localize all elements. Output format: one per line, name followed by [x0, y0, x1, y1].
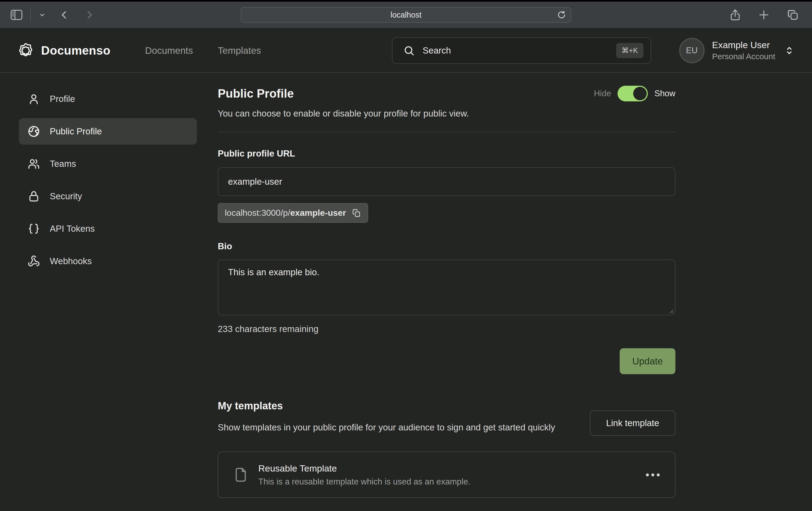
- account-name: Example User: [712, 40, 775, 50]
- forward-icon[interactable]: [84, 9, 95, 20]
- sidebar-item-label: Profile: [50, 94, 75, 104]
- profile-url-text: localhost:3000/p/example-user: [225, 208, 346, 218]
- sidebar-item-label: Public Profile: [50, 126, 102, 137]
- avatar: EU: [679, 38, 705, 63]
- sidebar-item-public-profile[interactable]: Public Profile: [19, 118, 197, 145]
- sidebar-item-label: Teams: [50, 159, 76, 169]
- template-description: This is a reusable template which is use…: [258, 477, 470, 487]
- account-menu[interactable]: EU Example User Personal Account: [679, 38, 795, 63]
- resize-grip-icon[interactable]: [668, 308, 674, 313]
- file-icon: [233, 467, 248, 483]
- template-row: Reusable Template This is a reusable tem…: [218, 452, 675, 498]
- search-placeholder: Search: [423, 46, 451, 56]
- update-button[interactable]: Update: [620, 348, 675, 374]
- my-templates-title: My templates: [218, 400, 575, 412]
- search-shortcut-badge: ⌘+K: [616, 43, 643, 58]
- page-title: Public Profile: [218, 87, 294, 100]
- my-templates-description: Show templates in your public profile fo…: [218, 420, 575, 434]
- chevrons-up-down-icon: [784, 45, 795, 56]
- bio-label: Bio: [218, 241, 675, 251]
- toggle-show-label: Show: [654, 89, 675, 98]
- settings-layout: Profile Public Profile Teams Security AP: [0, 73, 812, 498]
- globe-icon: [28, 125, 40, 138]
- brand-logo-link[interactable]: Documenso: [17, 42, 110, 59]
- public-profile-url-label: Public profile URL: [218, 148, 675, 159]
- copy-icon[interactable]: [352, 208, 361, 218]
- profile-visibility-switch[interactable]: [617, 86, 648, 101]
- template-name: Reusable Template: [258, 463, 470, 474]
- main-nav: Documents Templates: [145, 45, 261, 56]
- app-header: Documenso Documents Templates Search ⌘+K…: [0, 29, 812, 73]
- braces-icon: [28, 222, 40, 235]
- account-type: Personal Account: [712, 52, 775, 61]
- brand-name: Documenso: [41, 44, 110, 57]
- sidebar-item-webhooks[interactable]: Webhooks: [19, 248, 197, 274]
- template-meta: Reusable Template This is a reusable tem…: [258, 463, 470, 487]
- public-profile-settings: Public Profile Hide Show You can choose …: [218, 86, 675, 498]
- characters-remaining: 233 characters remaining: [218, 324, 675, 334]
- sidebar-item-api-tokens[interactable]: API Tokens: [19, 215, 197, 242]
- search-icon: [403, 45, 415, 56]
- nav-templates[interactable]: Templates: [218, 45, 261, 56]
- switch-knob: [633, 87, 647, 100]
- sidebar-item-label: Webhooks: [50, 256, 92, 266]
- chevron-down-icon[interactable]: [38, 11, 46, 19]
- profile-url-copy-chip[interactable]: localhost:3000/p/example-user: [218, 203, 368, 223]
- tab-overview-icon[interactable]: [787, 9, 799, 21]
- back-icon[interactable]: [59, 9, 70, 20]
- toggle-hide-label: Hide: [594, 89, 611, 98]
- avatar-initials: EU: [686, 46, 698, 55]
- browser-toolbar: localhost: [0, 2, 812, 29]
- sidebar-item-teams[interactable]: Teams: [19, 151, 197, 177]
- address-bar[interactable]: localhost: [241, 7, 571, 23]
- users-icon: [28, 158, 40, 170]
- bio-textarea[interactable]: This is an example bio.: [218, 260, 675, 315]
- search-input[interactable]: Search ⌘+K: [392, 37, 651, 64]
- page-subtitle: You can choose to enable or disable your…: [218, 109, 675, 119]
- link-template-button[interactable]: Link template: [590, 411, 675, 436]
- my-templates-header: My templates Show templates in your publ…: [218, 400, 575, 436]
- nav-documents[interactable]: Documents: [145, 45, 193, 56]
- ellipsis-icon[interactable]: [646, 474, 660, 476]
- public-profile-url-input[interactable]: [218, 168, 675, 196]
- reload-icon[interactable]: [557, 10, 567, 20]
- webhook-icon: [28, 255, 40, 267]
- user-icon: [28, 93, 40, 105]
- account-meta: Example User Personal Account: [712, 40, 775, 61]
- lock-icon: [28, 190, 40, 203]
- sidebar-item-security[interactable]: Security: [19, 183, 197, 210]
- sidebar-item-label: Security: [50, 191, 82, 202]
- documenso-logo-icon: [17, 42, 34, 59]
- sidebar-toggle-icon[interactable]: [10, 9, 23, 20]
- share-icon[interactable]: [729, 8, 741, 21]
- settings-sidebar: Profile Public Profile Teams Security AP: [19, 86, 197, 498]
- new-tab-icon[interactable]: [758, 9, 770, 21]
- toolbar-separator: [30, 9, 31, 21]
- sidebar-item-profile[interactable]: Profile: [19, 86, 197, 112]
- address-bar-url: localhost: [390, 10, 422, 20]
- sidebar-item-label: API Tokens: [50, 223, 95, 234]
- section-divider: [218, 132, 675, 132]
- profile-visibility-toggle-group: Hide Show: [594, 86, 675, 101]
